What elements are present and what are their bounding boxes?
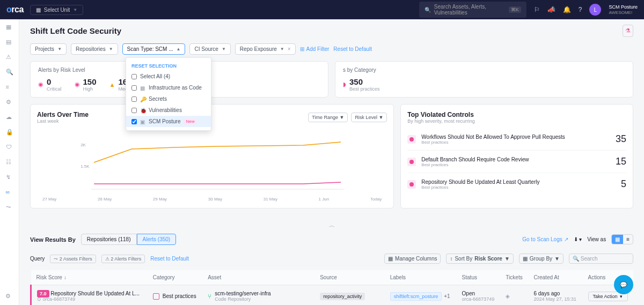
col-tickets[interactable]: Tickets [500,270,528,285]
secrets-checkbox[interactable] [131,96,137,102]
topbar: orca ▦ Select Unit ▼ 🔍 Search Assets, Al… [0,0,644,19]
group-by-select[interactable]: ▦ Group By ▼ [519,254,564,264]
chat-fab[interactable]: 💬 [614,275,633,294]
chart-x-axis: 27 May28 May29 May30 May31 May1 JunToday [37,195,387,202]
dropdown-item-secrets[interactable]: 🔑Secrets [126,93,211,105]
dropdown-item-iac[interactable]: ▦Infrastructure as Code [126,82,211,93]
view-results-label: View Results By [30,236,76,243]
alert-filters-badge[interactable]: ⚠ 2 Alerts Filters [101,255,145,263]
flag-icon[interactable]: ⚐ [534,6,540,13]
megaphone-icon[interactable]: 📣 [547,6,555,13]
scm-checkbox[interactable] [131,119,137,124]
nav-list-icon[interactable]: ▤ [6,39,13,46]
view-toggle[interactable]: ▦≡ [611,234,633,244]
alerts-chart-card: Alerts Over Time Last week Time Range ▼ … [30,104,394,209]
sort-by-select[interactable]: ↕ Sort By Risk Score ▼ [446,254,513,264]
select-all-checkbox[interactable] [131,74,137,79]
settings-footer-icon[interactable]: ⚙ [5,293,11,300]
dropdown-select-all[interactable]: Select All (4) [126,71,211,82]
dropdown-reset[interactable]: RESET SELECTION [126,61,211,71]
manage-columns-button[interactable]: ▦ Manage Columns [384,254,441,264]
filters-row: Projects▼ Repositories▼ Scan Type: SCM .… [30,43,633,55]
nav-infinity-icon[interactable]: ∞ [6,189,13,196]
scm-icon: ▣ [140,119,145,124]
col-risk-score[interactable]: Risk Score ↓ [31,270,148,285]
nav-gear-icon[interactable]: ⚙ [6,99,13,106]
category-card: s by Category ◗350Best practices [335,61,633,98]
table-row[interactable]: 7.0 Repository Should Be Updated At L...… [31,285,634,306]
violated-item-2[interactable]: Repository Should Be Updated At Least Qu… [407,173,626,195]
dropdown-item-vulns[interactable]: 🐞Vulnerabilities [126,105,211,116]
expand-arrow[interactable]: ︿ [30,217,633,234]
filter-repo-exposure[interactable]: Repo Exposure▼ × [235,43,296,55]
filter-toggle-button[interactable]: ⚗ [623,25,633,37]
stat-high[interactable]: ◉150High [75,77,97,92]
vulns-checkbox[interactable] [131,108,137,113]
unit-selector[interactable]: ▦ Select Unit ▼ [30,5,83,15]
chart-line-pink [94,182,341,184]
tab-alerts[interactable]: Alerts (350) [137,234,177,245]
col-asset[interactable]: Asset [202,270,314,285]
violated-item-0[interactable]: Workflows Should Not Be Allowed To Appro… [407,128,626,151]
scan-type-dropdown: RESET SELECTION Select All (4) ▦Infrastr… [126,57,211,131]
nav-alert-icon[interactable]: ⚠ [6,54,13,61]
nav-branch-icon[interactable]: ⤳ [6,204,13,211]
time-range-select[interactable]: Time Range ▼ [308,113,348,122]
tab-repositories[interactable]: Repositories (118) [81,234,137,245]
col-source[interactable]: Source [314,270,385,285]
nav-shield-icon[interactable]: 🛡 [6,144,13,151]
bell-icon[interactable]: 🔔 [563,6,571,13]
nav-menu-icon[interactable]: ≡ [6,84,13,91]
ticket-icon[interactable]: ◈ [506,293,510,299]
violated-item-1[interactable]: Default Branch Should Require Code Revie… [407,151,626,173]
nav-lock-icon[interactable]: 🔒 [6,129,13,136]
reset-filters-link[interactable]: Reset to Default [333,46,372,52]
add-filter-button[interactable]: ⊞ Add Filter [300,46,330,52]
nav-flow-icon[interactable]: ↯ [6,174,13,181]
nav-search-icon[interactable]: 🔍 [6,69,13,76]
scan-logs-link[interactable]: Go to Scan Logs ↗ [522,236,568,242]
top-violated-card: Top Violated Controls By high severity, … [400,104,633,209]
global-search[interactable]: 🔍 Search Assets, Alerts, Vulnerabilities… [419,2,526,18]
filter-scan-type[interactable]: Scan Type: SCM ...▲ [122,43,186,55]
chart-subtitle: Last week [37,118,89,124]
download-button[interactable]: ⬇ ▾ [574,236,582,242]
risk-level-select[interactable]: Risk Level ▼ [351,113,387,122]
violated-title: Top Violated Controls [407,111,626,118]
source-badge: repository_activity [320,293,365,300]
asset-filters-badge[interactable]: ⤳ 2 Assets Filters [50,255,96,263]
query-label: Query [30,256,45,262]
nav-cloud-icon[interactable]: ☁ [6,114,13,121]
repo-icon: ⑂ [208,293,211,300]
category-icon [153,293,159,300]
help-icon[interactable]: ? [579,6,582,13]
col-labels[interactable]: Labels [385,270,457,285]
col-created[interactable]: Created At [528,270,582,285]
col-category[interactable]: Category [148,270,202,285]
filter-repositories[interactable]: Repositories▼ [71,43,118,55]
nav-apps-icon[interactable]: ▦ [6,24,13,31]
chart-line-orange [94,142,341,162]
chart-title: Alerts Over Time [37,111,89,118]
stat-best-practices[interactable]: ◗350Best practices [343,77,380,92]
violated-subtitle: By high severity, most recurring [407,118,626,124]
key-icon: 🔑 [140,96,145,102]
filter-ci-source[interactable]: CI Source▼ [189,43,230,55]
query-reset-link[interactable]: Reset to Default [150,256,189,262]
nav-layers-icon[interactable]: ☷ [6,159,13,166]
col-status[interactable]: Status [457,270,501,285]
bug-icon: 🐞 [140,108,145,113]
stat-critical[interactable]: ◉0Critical [38,77,62,92]
left-nav: ▦ ▤ ⚠ 🔍 ≡ ⚙ ☁ 🔒 🛡 ☷ ↯ ∞ ⤳ [0,19,19,305]
alerts-table: Risk Score ↓ Category Asset Source Label… [30,270,633,305]
y-tick-2k: 2K [80,143,86,147]
logo: orca [6,5,24,14]
user-info[interactable]: SCM PostureAWESOME! [609,4,638,15]
table-search[interactable]: 🔍 Search [569,254,633,264]
y-tick-1-5k: 1.5K [80,164,90,169]
avatar[interactable]: L [589,4,601,16]
filter-projects[interactable]: Projects▼ [30,43,67,55]
category-label: s by Category [343,67,625,73]
iac-checkbox[interactable] [131,85,137,91]
dropdown-item-scm[interactable]: ▣SCM Posture New [126,116,211,127]
